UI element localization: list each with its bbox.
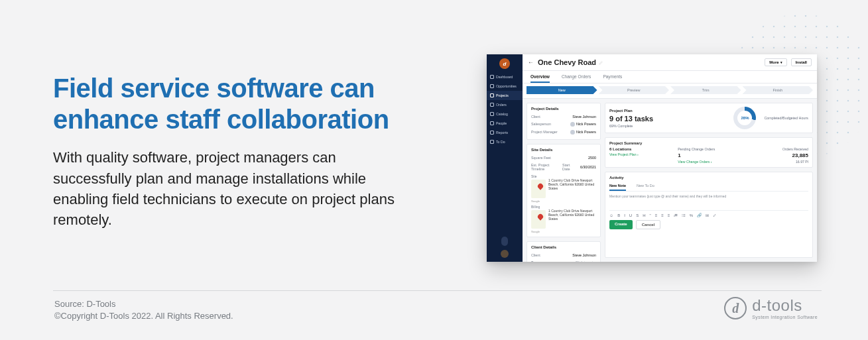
phase-new[interactable]: New	[527, 86, 597, 94]
install-button[interactable]: Install	[791, 58, 812, 66]
sidebar-item-label: People	[496, 121, 507, 125]
kv-row: SalespersonNick Powers	[531, 120, 596, 128]
kv-value: Steve Johnson	[572, 253, 596, 257]
activity-card: Activity New Note New To Do Mention your…	[605, 172, 813, 258]
percent-icon[interactable]: %	[690, 213, 693, 217]
app-window: d Dashboard Opportunities Projects Order…	[487, 54, 817, 262]
map-brand: Google	[531, 230, 546, 233]
task-count: 9 of 13 tasks	[609, 115, 725, 123]
sidebar-item-dashboard[interactable]: Dashboard	[487, 72, 523, 82]
logo-word: d-tools	[752, 298, 818, 313]
kv-row[interactable]: TypeClick to enter	[531, 258, 596, 262]
tab-overview[interactable]: Overview	[530, 71, 550, 83]
sidebar-item-reports[interactable]: Reports	[487, 128, 523, 137]
italic-icon[interactable]: I	[624, 213, 625, 217]
sidebar-item-label: Catalog	[496, 112, 508, 116]
card-title: Project Details	[531, 107, 596, 111]
sub-tabs: Overview Change Orders Payments	[523, 71, 817, 84]
hours-label: Completed/Budgeted Hours	[764, 116, 808, 120]
sidebar-item-projects[interactable]: Projects	[487, 91, 523, 100]
tab-new-todo[interactable]: New To Do	[637, 182, 654, 191]
kv-value: Nick Powers	[570, 130, 596, 135]
kv-value: 6/30/2021	[580, 165, 596, 169]
kv-key2: Start Date	[562, 163, 577, 171]
brand-badge[interactable]: d	[499, 58, 510, 69]
back-arrow-icon[interactable]: ←	[528, 59, 534, 66]
sidebar-item-people[interactable]: People	[487, 119, 523, 128]
sidebar: d Dashboard Opportunities Projects Order…	[487, 54, 523, 262]
summary-value: 23,885	[747, 152, 808, 158]
people-icon	[490, 121, 494, 125]
sidebar-item-catalog[interactable]: Catalog	[487, 109, 523, 119]
sidebar-item-todo[interactable]: To Do	[487, 137, 523, 146]
more-button[interactable]: More	[765, 58, 786, 66]
source-attribution: Source: D-Tools ©Copyright D-Tools 2022.…	[54, 298, 233, 321]
title-bar: ← One Chevy Road More Install	[523, 54, 817, 71]
phase-finish[interactable]: Finish	[743, 86, 814, 94]
map-thumbnail[interactable]	[531, 180, 546, 198]
sidebar-item-label: Reports	[496, 131, 508, 135]
app-main: ← One Chevy Road More Install Overview C…	[523, 54, 817, 262]
content-area: Project Details ClientSteve Johnson Sale…	[523, 99, 817, 262]
tab-new-note[interactable]: New Note	[609, 182, 626, 191]
sidebar-item-label: Dashboard	[496, 75, 513, 79]
heading-icon[interactable]: H	[643, 213, 645, 217]
tab-payments[interactable]: Payments	[603, 71, 622, 83]
folder-icon	[490, 93, 494, 97]
bold-icon[interactable]: B	[617, 213, 620, 217]
tab-change-orders[interactable]: Change Orders	[562, 71, 591, 83]
copyright-line: ©Copyright D-Tools 2022. All Rights Rese…	[54, 310, 233, 322]
sidebar-collapse-icon[interactable]	[501, 237, 508, 246]
sidebar-item-opportunities[interactable]: Opportunities	[487, 82, 523, 91]
sidebar-item-label: To Do	[496, 140, 505, 144]
bullet-list-icon[interactable]: ≔	[674, 213, 678, 217]
briefcase-icon	[490, 84, 494, 88]
view-change-orders-link[interactable]: View Change Orders ›	[678, 160, 739, 164]
kv-row: ClientSteve Johnson	[531, 251, 596, 258]
marketing-copy: Field service software can enhance staff…	[53, 73, 418, 230]
note-input[interactable]: Mention your teammates (just type @ and …	[609, 194, 808, 198]
align-right-icon[interactable]: ≡	[668, 213, 670, 217]
user-avatar[interactable]	[501, 250, 509, 258]
quote-icon[interactable]: "	[650, 213, 651, 217]
kv-key: Square Feet	[531, 156, 551, 160]
phase-trim[interactable]: Trim	[670, 86, 741, 94]
check-icon	[490, 140, 494, 144]
donut-percent: 28%	[741, 116, 749, 120]
sidebar-item-label: Orders	[496, 103, 507, 107]
link-icon[interactable]: 🔗	[697, 213, 702, 217]
kv-value: 2500	[588, 156, 596, 160]
underline-icon[interactable]: U	[629, 213, 632, 217]
map-pin-icon	[536, 213, 544, 220]
sidebar-item-orders[interactable]: Orders	[487, 100, 523, 109]
align-center-icon[interactable]: ≡	[661, 213, 664, 217]
ordered-list-icon[interactable]: ⁝≡	[682, 213, 686, 217]
strike-icon[interactable]: S	[636, 213, 639, 217]
complete-text: 69% Complete	[609, 124, 725, 128]
summary-value: 1	[678, 152, 739, 158]
summary-label: Orders Received	[747, 147, 808, 151]
emoji-icon[interactable]: ☺	[609, 213, 613, 217]
expand-icon[interactable]: ⤢	[713, 213, 716, 217]
create-button[interactable]: Create	[609, 220, 633, 229]
chart-icon	[490, 131, 494, 135]
image-icon[interactable]: ⊞	[706, 213, 709, 217]
kv-key: Project Manager	[531, 130, 558, 134]
book-icon	[490, 112, 494, 116]
site-details-card: Site Details Square Feet2500 Est. Projec…	[527, 144, 601, 237]
rte-toolbar: ☺ B I U S H " ≡ ≡ ≡ ≔ ⁝≡ % 🔗 ⊞	[609, 210, 808, 217]
cancel-button[interactable]: Cancel	[636, 220, 661, 229]
kv-row: ClientSteve Johnson	[531, 113, 596, 120]
kv-value: Steve Johnson	[572, 115, 596, 119]
map-pin-icon	[536, 182, 544, 190]
billing-address: 1 Country Club Drive Newport Beach, Cali…	[548, 209, 596, 221]
map-brand: Google	[531, 199, 546, 203]
align-left-icon[interactable]: ≡	[655, 213, 658, 217]
kv-placeholder: Click to enter	[576, 260, 596, 262]
client-details-card: Client Details ClientSteve Johnson TypeC…	[527, 241, 601, 262]
edit-icon[interactable]	[599, 60, 603, 65]
view-project-plan-link[interactable]: View Project Plan ›	[609, 152, 671, 156]
summary-locations: 6 Locations	[609, 147, 671, 151]
phase-preview[interactable]: Preview	[599, 86, 670, 94]
map-thumbnail[interactable]	[531, 210, 546, 229]
